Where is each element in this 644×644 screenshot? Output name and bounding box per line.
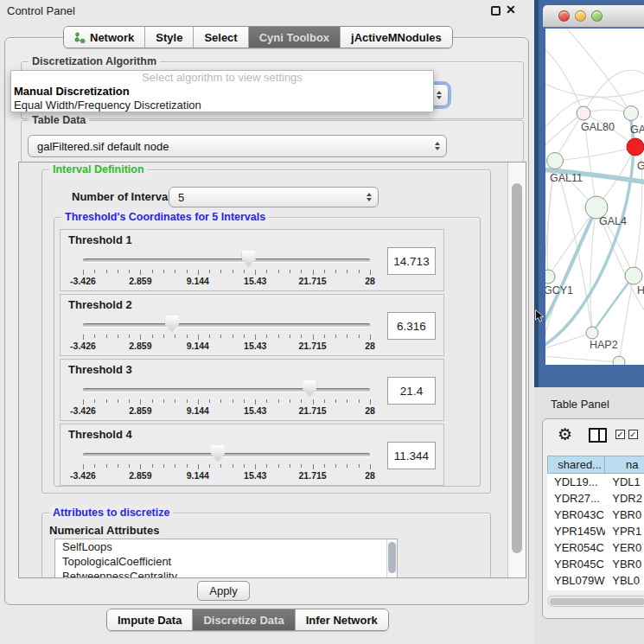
slider-tick — [209, 270, 210, 273]
slider-tick — [233, 399, 233, 403]
zoom-traffic-light[interactable] — [591, 10, 603, 22]
tab-network[interactable]: Network — [64, 27, 145, 48]
slider-tick — [324, 335, 325, 338]
scrollbar-thumb[interactable] — [550, 598, 644, 605]
tab-jactivemnodules-label: jActiveMNodules — [351, 31, 442, 44]
slider-scale-label: 9.144 — [187, 276, 209, 286]
threshold-value-field[interactable]: 6.316 — [387, 312, 436, 340]
slider-thumb[interactable] — [211, 445, 225, 462]
close-icon[interactable]: ✕ — [506, 3, 516, 16]
table-row[interactable]: YLR345WYLR3 — [547, 589, 644, 590]
slider-scale-label: 15.43 — [244, 341, 266, 351]
slider-track[interactable] — [83, 258, 370, 262]
cell-shared-name: YDL19... — [547, 474, 605, 490]
settings-vertical-scrollbar[interactable] — [507, 163, 526, 577]
float-window-icon[interactable] — [491, 6, 501, 16]
table-data-combo[interactable]: galFiltered.sif default node — [28, 135, 447, 157]
slider-tick — [187, 399, 188, 403]
table-row[interactable]: YDL19...YDL1 — [547, 474, 644, 490]
table-row[interactable]: YPR145WYPR1 — [547, 523, 644, 539]
threshold-card: Threshold 1-3.4262.8599.14415.4321.71528… — [60, 229, 444, 291]
network-node[interactable] — [547, 153, 564, 169]
network-node[interactable] — [613, 356, 625, 365]
cell-name: YPR1 — [605, 523, 644, 539]
scrollbar-thumb[interactable] — [388, 542, 396, 573]
threshold-value-field[interactable]: 21.4 — [387, 377, 436, 405]
table-row[interactable]: YBR043CYBR0 — [547, 507, 644, 523]
table-body: YDL19...YDL1YDR27...YDR2YBR043CYBR0YPR14… — [547, 474, 644, 590]
tab-style[interactable]: Style — [145, 27, 194, 48]
network-canvas[interactable]: GAL80GAGGAL11GAL4GCY1HHAP2 — [545, 29, 644, 365]
slider-tick — [335, 270, 336, 273]
checkbox-icon[interactable]: ✓ — [615, 430, 625, 439]
network-node[interactable] — [627, 138, 644, 156]
tab-select[interactable]: Select — [194, 27, 248, 48]
interval-definition-group: Interval Definition Number of Intervals … — [41, 169, 491, 494]
slider-track[interactable] — [83, 388, 370, 392]
attribute-list-scrollbar[interactable] — [386, 539, 397, 578]
table-row[interactable]: YBR045CYBR0 — [547, 556, 644, 572]
slider-thumb[interactable] — [242, 251, 256, 267]
slider-tick — [324, 399, 325, 403]
node-table[interactable]: shared... na YDL19...YDL1YDR27...YDR2YBR… — [547, 456, 644, 590]
slider-tick — [301, 270, 302, 273]
threshold-value-field[interactable]: 14.713 — [387, 247, 436, 275]
list-item[interactable]: TopologicalCoefficient — [55, 554, 397, 569]
tab-jactivemnodules[interactable]: jActiveMNodules — [341, 27, 452, 48]
threshold-label: Threshold 1 — [68, 233, 132, 246]
popup-option-equal-width-frequency[interactable]: Equal Width/Frequency Discretization — [11, 99, 433, 112]
slider-tick — [83, 399, 84, 405]
slider-tick — [244, 464, 245, 468]
slider-scale-label: 2.859 — [129, 276, 151, 286]
slider-tick — [347, 464, 348, 468]
network-node[interactable] — [625, 267, 642, 284]
slider-track[interactable] — [83, 323, 370, 327]
popup-option-manual-discretization[interactable]: Manual Discretization — [11, 85, 433, 99]
list-item[interactable]: BetweennessCentrality — [55, 569, 397, 578]
slider-track[interactable] — [83, 453, 370, 456]
checkbox-icon[interactable]: ✓ — [628, 430, 638, 439]
network-view-window[interactable]: GAL80GAGGAL11GAL4GCY1HHAP2 — [534, 0, 644, 387]
slider-tick — [370, 335, 371, 340]
network-node[interactable] — [577, 106, 590, 120]
gear-icon[interactable]: ⚙ — [558, 424, 572, 444]
minimize-traffic-light[interactable] — [575, 10, 586, 22]
tab-discretize-data[interactable]: Discretize Data — [193, 609, 295, 630]
table-row[interactable]: YDR27...YDR2 — [547, 490, 644, 507]
slider-tick — [163, 270, 164, 273]
split-columns-icon[interactable] — [589, 428, 607, 443]
threshold-value-field[interactable]: 11.344 — [387, 442, 436, 469]
apply-button[interactable]: Apply — [197, 581, 250, 601]
network-icon — [74, 32, 86, 43]
network-node-label: GAL80 — [581, 121, 615, 133]
slider-scale-label: 15.43 — [244, 405, 266, 416]
table-row[interactable]: YER054CYER0 — [547, 539, 644, 556]
slider-scale-label: -3.426 — [70, 341, 96, 351]
table-row[interactable]: YBL079WYBL0 — [547, 572, 644, 589]
slider-thumb[interactable] — [303, 380, 316, 397]
slider-scale-label: 15.43 — [244, 276, 266, 286]
network-node[interactable] — [545, 270, 555, 284]
column-header-name[interactable]: na — [605, 456, 644, 474]
close-traffic-light[interactable] — [558, 10, 570, 22]
attribute-items: SelfLoopsTopologicalCoefficientBetweenne… — [55, 539, 397, 578]
tab-cyni-toolbox-label: Cyni Toolbox — [259, 31, 329, 44]
cell-name: YDR2 — [605, 490, 644, 507]
tab-infer-network[interactable]: Infer Network — [296, 609, 388, 630]
node-table-browser: ⚙ ✓ ✓ shared... na YDL19...YDL1YDR27...Y… — [542, 418, 644, 619]
numerical-attributes-list[interactable]: SelfLoopsTopologicalCoefficientBetweenne… — [54, 539, 398, 578]
network-window-titlebar[interactable] — [543, 5, 644, 28]
slider-tick — [255, 335, 256, 340]
network-node-label: GA — [630, 124, 644, 136]
network-node[interactable] — [586, 327, 598, 339]
scrollbar-thumb[interactable] — [512, 183, 522, 553]
tab-cyni-toolbox[interactable]: Cyni Toolbox — [249, 27, 341, 48]
column-header-shared-name[interactable]: shared... — [547, 456, 605, 474]
table-horizontal-scrollbar[interactable] — [547, 596, 644, 607]
network-node[interactable] — [624, 106, 639, 121]
tab-impute-data[interactable]: Impute Data — [107, 609, 193, 630]
list-item[interactable]: SelfLoops — [55, 539, 397, 554]
slider-tick — [233, 270, 233, 273]
slider-thumb[interactable] — [165, 316, 179, 332]
number-of-intervals-spinner[interactable]: 5 — [169, 187, 379, 207]
